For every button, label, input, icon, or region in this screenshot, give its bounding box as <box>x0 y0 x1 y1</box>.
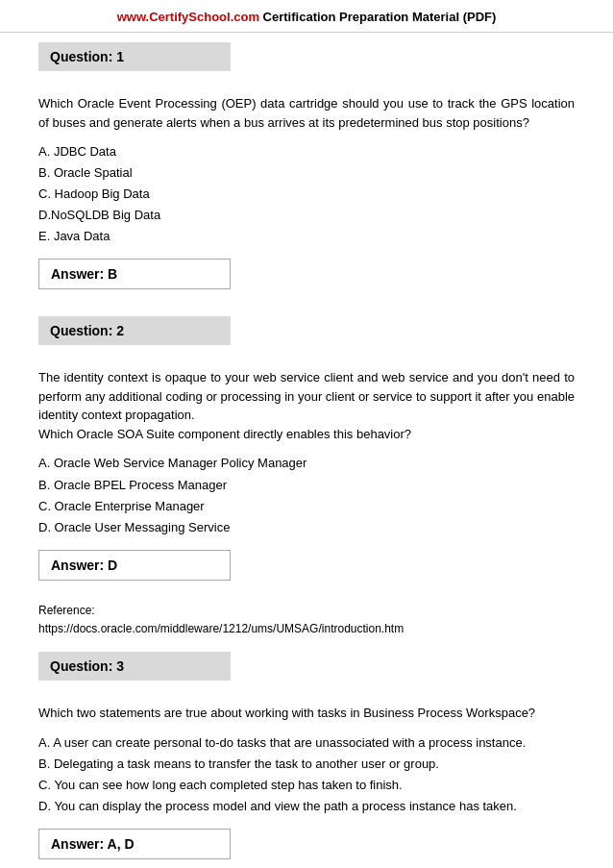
option-3c: C. You can see how long each completed s… <box>38 775 575 796</box>
question-block-3: Question: 3 Which two statements are tru… <box>38 652 575 868</box>
option-3b: B. Delegating a task means to transfer t… <box>38 754 575 775</box>
options-2: A. Oracle Web Service Manager Policy Man… <box>38 453 575 537</box>
question-block-1: Question: 1 Which Oracle Event Processin… <box>38 42 575 303</box>
option-1b: B. Oracle Spatial <box>38 162 575 184</box>
page-content: Question: 1 Which Oracle Event Processin… <box>0 33 613 868</box>
site-link[interactable]: www.CertifySchool.com <box>117 10 259 24</box>
option-2a: A. Oracle Web Service Manager Policy Man… <box>38 453 575 474</box>
answer-box-1: Answer: B <box>38 259 231 289</box>
reference-label-2: Reference: <box>38 604 95 617</box>
page-wrapper: www.CertifySchool.com Certification Prep… <box>0 0 613 868</box>
option-3d: D. You can display the process model and… <box>38 796 575 817</box>
header-title: Certification Preparation Material (PDF) <box>259 10 496 24</box>
options-1: A. JDBC Data B. Oracle Spatial C. Hadoop… <box>38 141 575 247</box>
options-3: A. A user can create personal to-do task… <box>38 732 575 817</box>
option-2d: D. Oracle User Messaging Service <box>38 517 575 538</box>
question-text-1: Which Oracle Event Processing (OEP) data… <box>38 94 575 132</box>
option-1c: C. Hadoop Big Data <box>38 184 575 205</box>
option-2c: C. Oracle Enterprise Manager <box>38 496 575 517</box>
option-1d: D.NoSQLDB Big Data <box>38 205 575 226</box>
question-text-2: The identity context is opaque to your w… <box>38 368 575 443</box>
question-header-1: Question: 1 <box>38 42 231 71</box>
option-1e: E. Java Data <box>38 226 575 247</box>
question-header-3: Question: 3 <box>38 652 231 681</box>
reference-url-2: https://docs.oracle.com/middleware/1212/… <box>38 622 404 635</box>
option-2b: B. Oracle BPEL Process Manager <box>38 475 575 496</box>
answer-box-3: Answer: A, D <box>38 829 231 859</box>
reference-2: Reference: https://docs.oracle.com/middl… <box>38 602 575 638</box>
option-1a: A. JDBC Data <box>38 141 575 162</box>
answer-box-2: Answer: D <box>38 550 231 581</box>
question-header-2: Question: 2 <box>38 316 231 345</box>
question-text-3: Which two statements are true about work… <box>38 704 575 723</box>
question-block-2: Question: 2 The identity context is opaq… <box>38 316 575 638</box>
option-3a: A. A user can create personal to-do task… <box>38 732 575 754</box>
page-header: www.CertifySchool.com Certification Prep… <box>0 0 613 33</box>
